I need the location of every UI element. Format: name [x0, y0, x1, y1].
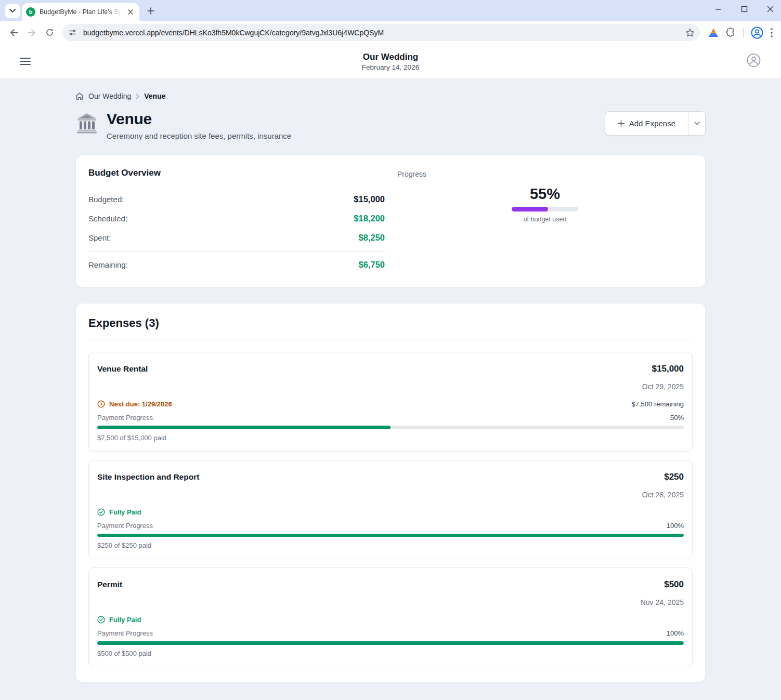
chevron-down-icon [9, 9, 16, 13]
breadcrumb-current: Venue [144, 92, 165, 100]
remaining-label: Remaining: [88, 260, 128, 269]
expense-item-venue-rental[interactable]: Venue Rental $15,000 Oct 29, 2025 Next d… [88, 352, 693, 452]
url-text[interactable]: budgetbyme.vercel.app/events/DHLsKo3fh5M… [83, 29, 681, 37]
paid-caption: $7,500 of $15,000 paid [97, 434, 684, 442]
tab-strip: b BudgetByMe - Plan Life's Speci [0, 0, 781, 21]
browser-tab[interactable]: b BudgetByMe - Plan Life's Speci [22, 3, 139, 21]
payment-progress-fill [97, 641, 684, 645]
budgeted-row: Budgeted: $15,000 [88, 190, 385, 209]
window-controls [712, 3, 776, 15]
tab-close-icon[interactable] [126, 7, 135, 17]
expense-date: Oct 28, 2025 [642, 491, 684, 499]
app-header: Our Wedding February 14, 2026 [0, 44, 781, 79]
breadcrumb: Our Wedding Venue [75, 92, 706, 100]
toolbar-right-icons [705, 27, 776, 39]
expenses-title: Expenses (3) [88, 316, 693, 339]
event-date: February 14, 2026 [362, 63, 419, 71]
scheduled-value: $18,200 [354, 214, 385, 223]
expense-status-paid: Fully Paid [97, 508, 141, 516]
site-settings-icon[interactable] [66, 26, 79, 39]
expense-name[interactable]: Venue Rental [97, 364, 148, 374]
spent-row: Spent: $8,250 [88, 228, 385, 247]
user-avatar-button[interactable] [747, 54, 761, 70]
overview-divider [88, 251, 385, 252]
budget-progress-fill [512, 207, 548, 212]
expense-amount: $500 [664, 579, 684, 590]
paid-caption: $500 of $500 paid [97, 650, 684, 657]
tab-search-button[interactable] [5, 4, 20, 18]
remaining-row: Remaining: $6,750 [88, 255, 385, 274]
payment-progress-fill [97, 426, 391, 429]
scheduled-label: Scheduled: [88, 214, 127, 223]
clock-icon [97, 400, 105, 408]
payment-progress-bar [97, 426, 684, 429]
browser-toolbar: budgetbyme.vercel.app/events/DHLsKo3fh5M… [0, 21, 781, 44]
remaining-value: $6,750 [359, 260, 385, 270]
add-expense-menu-button[interactable] [688, 112, 705, 135]
category-description: Ceremony and reception site fees, permit… [107, 131, 605, 140]
page-title: Venue [107, 110, 605, 128]
add-expense-split-button: Add Expense [605, 111, 706, 136]
event-header: Our Wedding February 14, 2026 [362, 51, 419, 71]
maximize-button[interactable] [738, 3, 750, 15]
spent-value: $8,250 [359, 233, 385, 243]
expense-remaining: $7,500 remaining [632, 400, 684, 408]
payment-progress-label: Payment Progress [97, 522, 153, 530]
close-window-button[interactable] [764, 3, 776, 15]
menu-hamburger-button[interactable] [20, 55, 32, 68]
payment-progress-percent: 100% [667, 522, 684, 530]
expense-name[interactable]: Site Inspection and Report [97, 472, 199, 482]
payment-progress-bar [97, 641, 684, 645]
budget-overview-left: Budget Overview Budgeted: $15,000 Schedu… [88, 168, 385, 274]
expense-item-permit[interactable]: Permit $500 Nov 24, 2025 Fully Paid Paym… [88, 567, 693, 667]
reload-button[interactable] [41, 24, 58, 42]
budget-used-caption: of budget used [524, 216, 567, 223]
progress-label: Progress [397, 170, 693, 178]
category-header: Venue Ceremony and reception site fees, … [75, 110, 706, 140]
chevron-down-icon [694, 122, 700, 125]
paid-caption: $250 of $250 paid [97, 541, 684, 549]
payment-progress-percent: 100% [667, 629, 684, 637]
expense-item-site-inspection[interactable]: Site Inspection and Report $250 Oct 28, … [88, 460, 693, 560]
payment-progress-fill [97, 534, 684, 537]
bookmark-star-icon[interactable] [685, 28, 695, 37]
add-expense-button[interactable]: Add Expense [605, 112, 688, 135]
home-icon[interactable] [75, 92, 84, 100]
check-circle-icon [97, 616, 105, 624]
expense-name[interactable]: Permit [97, 580, 122, 589]
back-button[interactable] [5, 24, 23, 42]
expense-date: Oct 29, 2025 [642, 382, 684, 391]
browser-profile-avatar[interactable] [751, 27, 763, 39]
url-bar[interactable]: budgetbyme.vercel.app/events/DHLsKo3fh5M… [62, 24, 700, 41]
expense-status-paid: Fully Paid [97, 616, 141, 624]
check-circle-icon [97, 508, 105, 516]
payment-progress-bar [97, 534, 684, 537]
budget-overview-card: Budget Overview Budgeted: $15,000 Schedu… [75, 155, 706, 287]
extensions-puzzle-icon[interactable] [726, 28, 736, 37]
new-tab-button[interactable] [144, 4, 158, 18]
payment-progress-label: Payment Progress [97, 414, 153, 421]
breadcrumb-separator-icon [136, 94, 139, 99]
scheduled-row: Scheduled: $18,200 [88, 209, 385, 228]
payment-progress-label: Payment Progress [97, 629, 153, 637]
plus-icon [147, 7, 154, 15]
event-title: Our Wedding [362, 51, 419, 63]
plus-icon [618, 120, 624, 127]
breadcrumb-root[interactable]: Our Wedding [88, 92, 131, 100]
expense-amount: $250 [664, 472, 684, 482]
tab-title: BudgetByMe - Plan Life's Speci [40, 8, 122, 16]
budget-progress-bar [512, 207, 578, 212]
forward-button[interactable] [23, 24, 41, 42]
browser-menu-kebab-icon[interactable] [771, 28, 773, 37]
user-icon [747, 54, 761, 68]
venue-category-icon [75, 112, 98, 134]
extension-a-icon[interactable] [708, 28, 719, 37]
minimize-button[interactable] [712, 3, 724, 15]
expenses-divider [88, 339, 693, 339]
budgeted-value: $15,000 [354, 194, 385, 204]
payment-progress-percent: 50% [670, 414, 684, 421]
toolbar-divider [743, 28, 744, 37]
budgeted-label: Budgeted: [88, 195, 124, 204]
budgetbyme-favicon: b [26, 7, 35, 17]
expense-date: Nov 24, 2025 [641, 598, 684, 606]
